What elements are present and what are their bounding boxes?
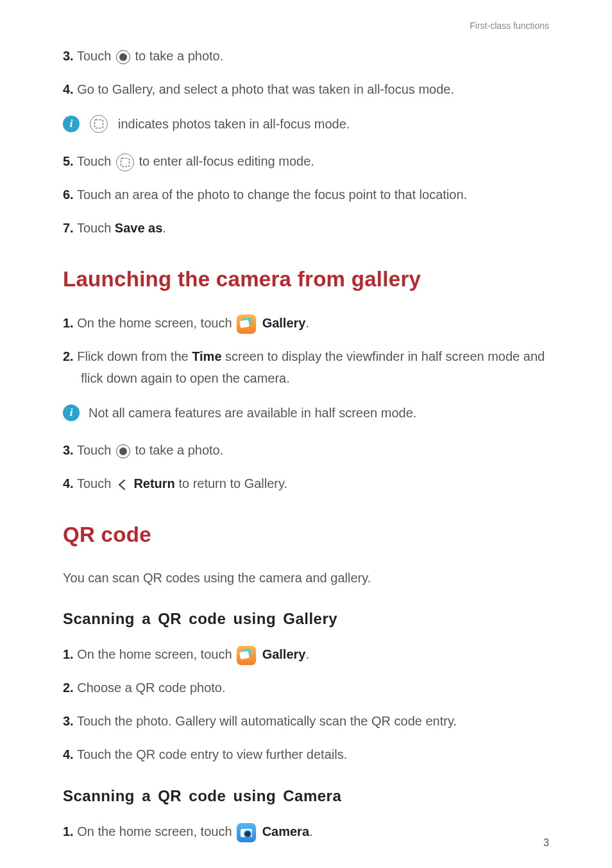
page-number: 3: [543, 837, 549, 849]
step-text: Touch the QR code entry to view further …: [77, 747, 347, 761]
step-text-post: to take a photo.: [135, 443, 223, 457]
step-number: 1.: [63, 647, 74, 661]
step-number: 1.: [63, 316, 74, 330]
step-number: 4.: [63, 82, 74, 96]
allfocus-icon: [90, 115, 108, 133]
camera-label: Camera: [262, 824, 309, 838]
camera-app-icon: [237, 823, 256, 842]
step-number: 2.: [63, 349, 74, 363]
qr-gallery-step-1: 1. On the home screen, touch Gallery.: [63, 643, 549, 665]
step-4-gallery: 4. Go to Gallery, and select a photo tha…: [63, 78, 549, 100]
step-text-post: .: [162, 221, 166, 235]
gallery-app-icon: [237, 315, 256, 334]
svg-rect-0: [95, 120, 103, 128]
return-label: Return: [133, 476, 174, 490]
note-text: Not all camera features are available in…: [89, 403, 416, 422]
qr-gallery-step-4: 4. Touch the QR code entry to view furth…: [63, 743, 549, 765]
info-note-allfocus: i indicates photos taken in all-focus mo…: [63, 114, 549, 134]
allfocus-icon: [116, 153, 134, 171]
qr-intro-paragraph: You can scan QR codes using the camera a…: [63, 568, 549, 588]
note-text: indicates photos taken in all-focus mode…: [118, 114, 350, 134]
step-text-pre: Touch: [77, 443, 115, 457]
step-text-pre: On the home screen, touch: [77, 316, 235, 330]
step-text-pre: Touch: [77, 49, 115, 63]
step-text-pre: On the home screen, touch: [77, 824, 235, 838]
step-text-pre: On the home screen, touch: [77, 647, 235, 661]
gallery-label: Gallery: [262, 647, 306, 661]
heading-scan-gallery: Scanning a QR code using Gallery: [63, 610, 549, 628]
gallery-app-icon: [237, 646, 256, 665]
step-text-pre: Touch: [77, 221, 115, 235]
step-number: 7.: [63, 221, 74, 235]
step-number: 4.: [63, 747, 74, 761]
step-text-post: to take a photo.: [135, 49, 223, 63]
step-text-post: .: [309, 824, 313, 838]
step-text-pre: Touch: [77, 476, 115, 490]
step-number: 5.: [63, 154, 74, 168]
time-label: Time: [192, 349, 221, 363]
step-text-pre: Touch: [77, 154, 115, 168]
step-text: Touch an area of the photo to change the…: [77, 187, 467, 202]
shutter-icon: [116, 444, 130, 458]
step-text-post: to enter all-focus editing mode.: [139, 154, 314, 168]
step-text-post: to return to Gallery.: [175, 476, 287, 490]
step-3-photo: 3. Touch to take a photo.: [63, 45, 549, 67]
save-as-label: Save as: [115, 221, 163, 235]
step-number: 2.: [63, 681, 74, 695]
step-number: 3.: [63, 49, 74, 63]
step-6-change-focus: 6. Touch an area of the photo to change …: [63, 184, 549, 205]
step-number: 4.: [63, 476, 74, 490]
step-number: 6.: [63, 187, 74, 202]
info-icon: i: [63, 116, 80, 132]
step-text-post: .: [305, 316, 309, 330]
qr-gallery-step-2: 2. Choose a QR code photo.: [63, 677, 549, 699]
step-5-enter-allfocus: 5. Touch to enter all-focus editing mode…: [63, 150, 549, 172]
launch-step-1: 1. On the home screen, touch Gallery.: [63, 312, 549, 334]
heading-launching-camera: Launching the camera from gallery: [63, 267, 549, 291]
info-icon: i: [63, 404, 80, 421]
heading-scan-camera: Scanning a QR code using Camera: [63, 787, 549, 805]
step-number: 3.: [63, 443, 74, 457]
launch-step-4: 4. Touch Return to return to Gallery.: [63, 473, 549, 494]
step-7-save-as: 7. Touch Save as.: [63, 217, 549, 239]
gallery-label: Gallery: [262, 316, 306, 330]
step-text: Choose a QR code photo.: [77, 681, 225, 695]
launch-step-3: 3. Touch to take a photo.: [63, 439, 549, 461]
page-header-label: First-class functions: [470, 21, 549, 31]
qr-camera-step-1: 1. On the home screen, touch Camera.: [63, 820, 549, 842]
back-icon: [116, 478, 129, 491]
step-number: 3.: [63, 714, 74, 728]
step-number: 1.: [63, 824, 74, 838]
info-note-halfscreen: i Not all camera features are available …: [63, 403, 549, 422]
step-text-pre: Flick down from the: [77, 349, 192, 363]
launch-step-2: 2. Flick down from the Time screen to di…: [63, 345, 549, 389]
step-text: Go to Gallery, and select a photo that w…: [77, 82, 454, 96]
shutter-icon: [116, 50, 130, 64]
qr-gallery-step-3: 3. Touch the photo. Gallery will automat…: [63, 710, 549, 732]
heading-qr-code: QR code: [63, 523, 549, 547]
step-text-post: .: [305, 647, 309, 661]
step-text: Touch the photo. Gallery will automatica…: [77, 714, 457, 728]
svg-rect-1: [121, 158, 129, 166]
